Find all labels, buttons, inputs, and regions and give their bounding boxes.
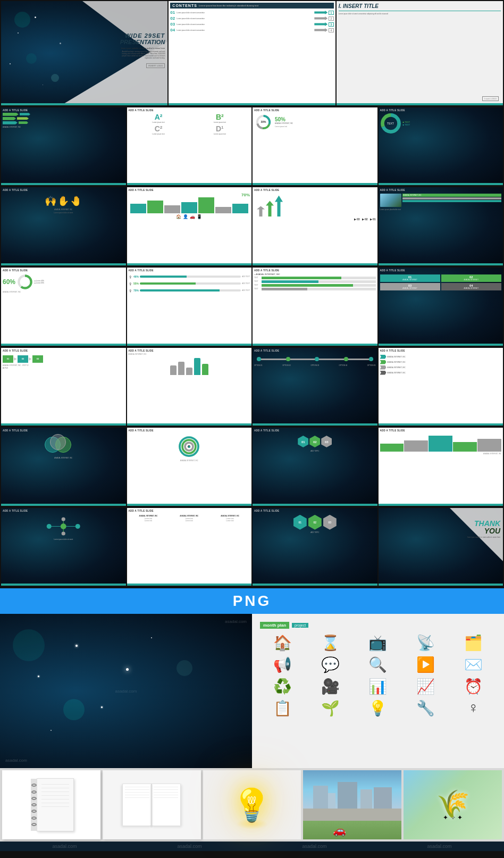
slide-thank-you[interactable]: THANK YOU Insert your subtitle or main a…: [379, 508, 503, 586]
svg-point-16: [47, 524, 52, 529]
insert-title-slide[interactable]: I. INSERT TITLE Lorem ipsum dolor sit am…: [337, 1, 503, 105]
slide-row5-label-2: ADD A TITLE SLIDE: [129, 349, 250, 353]
slide-row3-label-2: ADD A TITLE SLIDE: [129, 189, 250, 193]
slide-row5-label-4: ADD A TITLE SLIDE: [380, 349, 502, 353]
folder-icon: 🗂️: [451, 634, 496, 652]
svg-point-19: [62, 517, 65, 521]
slide-row6-label-1: ADD A TITLE SLIDE: [3, 429, 124, 433]
slide-row3-4[interactable]: ADD A TITLE SLIDE ASADAL INTERNET, INC L…: [379, 187, 503, 265]
slide-row4-label-2: ADD A TITLE SLIDE: [129, 269, 250, 273]
megaphone-icon: 📢: [260, 656, 305, 673]
main-subtitle: Insert your subtitle or main author's na…: [117, 47, 165, 49]
slide-row3-1[interactable]: ADD A TITLE SLIDE 🙌 ✋ 🤚 ASADAL INTERNET,…: [1, 187, 126, 265]
tv-icon: 📺: [356, 634, 401, 652]
lightbulb-icon: 💡: [356, 699, 401, 717]
chart-bar-icon: 📊: [356, 678, 401, 695]
slide-row7-2[interactable]: ADD A TITLE SLIDE ASADAL INTERNET, INC L…: [127, 508, 252, 586]
dandelion-photo-item: 🌾 ✦ ✧ ✦: [404, 770, 502, 839]
contents-slide[interactable]: CONTENTS Lorem ipsum has been the indust…: [169, 1, 335, 105]
svg-point-20: [62, 531, 65, 535]
slide-row4-label-3: ADD A TITLE SLIDE: [254, 269, 376, 273]
alarm-icon: ⏰: [451, 678, 496, 695]
slide-row3-3[interactable]: ADD A TITLE SLIDE ▶ 03▶ 02▶ 01: [253, 187, 377, 265]
png-background-image: asadal.com asadal.com asadal.com: [0, 614, 252, 768]
slide-row4-1[interactable]: ADD A TITLE SLIDE 60% ■ Lorem 40% ■ Lore…: [1, 268, 126, 346]
insert-title: I. INSERT TITLE: [339, 3, 501, 9]
slide-row4-label-1: ADD A TITLE SLIDE: [3, 269, 124, 273]
plant-icon: 🌱: [308, 699, 353, 717]
slide-row6-4[interactable]: ADD A TITLE SLIDE ASADAL INTERNET, INC: [379, 428, 503, 506]
slide-row2-4[interactable]: ADD A TITLE SLIDE TEXT ■ TEXT ■ TEXT: [379, 107, 503, 186]
slide-row3-label-4: ADD A TITLE SLIDE: [380, 189, 502, 193]
slide-row4-label-4: ADD A TITLE SLIDE: [380, 269, 502, 273]
slide-row3-2[interactable]: ADD A TITLE SLIDE 70% 🏠👤🚗📱: [127, 187, 252, 265]
slide-row6-label-2: ADD A TITLE SLIDE: [129, 429, 250, 433]
slide-row4-3[interactable]: ADD A TITLE SLIDE + ASADAL INTERNET, INC…: [253, 268, 377, 346]
slide-row5-label-1: ADD A TITLE SLIDE: [3, 349, 124, 353]
open-book-item: [103, 770, 201, 839]
chart-line-icon: 📈: [403, 678, 448, 695]
slide-row3-label-1: ADD A TITLE SLIDE: [3, 189, 124, 193]
main-logo: INSERT LOGO: [146, 63, 165, 68]
clipboard-icon: 📋: [260, 699, 305, 717]
chat-icon: 💬: [308, 656, 353, 673]
slide-row5-3[interactable]: ADD A TITLE SLIDE OPTION 01OPTION 02OPTI…: [253, 348, 377, 426]
slide-label-4: ADD A TITLE SLIDE: [380, 109, 502, 113]
play-icon: ▶️: [403, 656, 448, 673]
slide-row2-1[interactable]: ADD A TITLE SLIDE: [1, 107, 126, 186]
insert-logo: Insert LOGO: [482, 96, 499, 101]
wifi-icon: 📡: [403, 634, 448, 652]
female-icon: ♀: [451, 699, 496, 717]
slide-row6-label-4: ADD A TITLE SLIDE: [380, 429, 502, 433]
slide-row2-2[interactable]: ADD A TITLE SLIDE A² Lorem ipsum text B²…: [127, 107, 252, 186]
footer-strip: asadal.com asadal.com asadal.com asadal.…: [0, 842, 504, 851]
slide-row7-label-3: ADD A TITLE SLIDE: [254, 510, 376, 513]
lightbulb-png-item: 💡: [203, 770, 301, 839]
slide-label-2: ADD A TITLE SLIDE: [129, 109, 250, 113]
recycle-icon: ♻️: [260, 678, 305, 695]
svg-point-18: [75, 524, 80, 529]
slide-row5-4[interactable]: ADD A TITLE SLIDE ASADAL INTERNET, INC A…: [379, 348, 503, 426]
hourglass-icon: ⌛: [308, 634, 353, 652]
main-description: Asadal has been running one of the bigge…: [117, 51, 165, 59]
slide-label-3: ADD A TITLE SLIDE: [254, 109, 376, 113]
insert-body: Lorem ipsum dolor sit amet consectetur a…: [339, 13, 501, 15]
slide-label: ADD A TITLE SLIDE: [3, 109, 124, 113]
svg-point-17: [61, 523, 66, 529]
slide-row5-2[interactable]: ADD A TITLE SLIDE ASADAL INTERNET, INC: [127, 348, 252, 426]
slide-row5-label-3: ADD A TITLE SLIDE: [254, 349, 376, 353]
mail-icon: ✉️: [451, 656, 496, 673]
spiral-notebook-item: [2, 770, 100, 839]
slide-row4-4[interactable]: ADD A TITLE SLIDE 01 ASADAL INTERNET 02 …: [379, 268, 503, 346]
search-zoom-icon: 🔍: [356, 656, 401, 673]
slide-row3-label-3: ADD A TITLE SLIDE: [254, 189, 376, 193]
slide-row7-1[interactable]: ADD A TITLE SLIDE: [1, 508, 126, 586]
slide-row4-2[interactable]: ADD A TITLE SLIDE ♀ 46% ADD TEXT ♀: [127, 268, 252, 346]
tools-icon: 🔧: [403, 699, 448, 717]
slide-row6-label-3: ADD A TITLE SLIDE: [254, 429, 376, 433]
home-icon: 🏠: [260, 634, 305, 652]
slide-row6-3[interactable]: ADD A TITLE SLIDE 01 02 03 ADD TOPIC: [253, 428, 377, 506]
slide-row5-1[interactable]: ADD A TITLE SLIDE 01 ▶ 02 ▶ 03 ASADAL IN…: [1, 348, 126, 426]
png-icons-area: month plan project 🏠 ⌛ 📺 📡 🗂️ 📢 💬 🔍 ▶️: [252, 614, 504, 768]
slide-row2-3[interactable]: ADD A TITLE SLIDE 30%: [253, 107, 377, 186]
main-title-slide[interactable]: WIDE 29SET PRESENTATION Insert your subt…: [1, 1, 167, 105]
slide-row6-1[interactable]: ADD A TITLE SLIDE ASADAL INTERNET, INC: [1, 428, 126, 506]
main-title-line2: PRESENTATION: [117, 39, 165, 45]
city-photo-item: 🚗: [303, 770, 401, 839]
slide-row7-3[interactable]: ADD A TITLE SLIDE 01 02 03 ADD TOPIC: [253, 508, 377, 586]
contents-title: CONTENTS: [172, 4, 197, 7]
main-title-line1: WIDE 29SET: [117, 32, 165, 39]
png-section-header: PNG: [0, 588, 504, 614]
slide-row7-label-1: ADD A TITLE SLIDE: [3, 510, 124, 513]
slide-row7-label-2: ADD A TITLE SLIDE: [129, 510, 250, 513]
slide-row6-2[interactable]: ADD A TITLE SLIDE ASADAL INTE: [127, 428, 252, 506]
video-icon: 🎥: [308, 678, 353, 695]
